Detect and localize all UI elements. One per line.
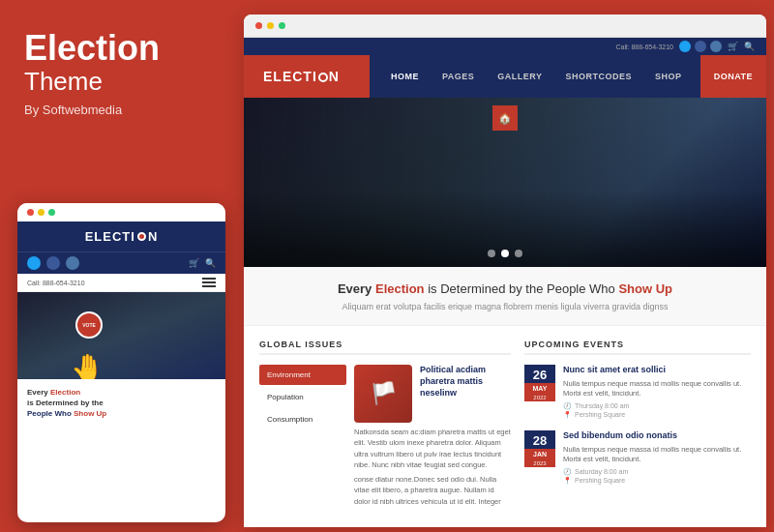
theme-subtitle: Theme [24, 68, 216, 96]
hero-dot-1[interactable] [488, 250, 495, 257]
issue-image: 🏳️ [354, 365, 412, 423]
event-title-1: Nunc sit amet erat sollici [563, 365, 751, 376]
event-meta-1: 🕗 Thursday 8:00 am 📍 Pershing Square [563, 402, 751, 419]
event-item-1: 26 MAY 2022 Nunc sit amet erat sollici N… [524, 365, 751, 419]
dot-green [48, 209, 55, 216]
logo-o-circle [137, 232, 146, 241]
site-logo-text: ELECTIN [263, 69, 340, 84]
nav-shop[interactable]: SHOP [643, 55, 694, 98]
util-cart-icon[interactable]: 🛒 [728, 42, 738, 51]
issue-more: conse diatur none.Donec sed odio dui. Nu… [354, 474, 511, 507]
nav-pages[interactable]: PAGES [431, 55, 486, 98]
browser-panel: Call: 888-654-3210 🛒 🔍 ELECTIN HOME PAGE… [244, 15, 766, 527]
utility-bar: Call: 888-654-3210 🛒 🔍 [244, 38, 766, 55]
dot-red [27, 209, 34, 216]
theme-author: By Softwebmedia [24, 103, 216, 117]
util-vk-icon[interactable] [710, 41, 722, 52]
mobile-hero-image: VOTE 🤚 [17, 292, 225, 379]
event-meta-2: 🕗 Saturday 8:00 am 📍 Pershing Square [563, 468, 751, 485]
upcoming-events-title: UPCOMING EVENTS [524, 340, 751, 355]
global-issues-title: GLOBAL ISSUES [259, 340, 511, 355]
issue-environment[interactable]: Environment [259, 365, 346, 385]
event-date-1: 26 MAY 2022 [524, 365, 555, 401]
mobile-determined: is Determined by the [27, 399, 104, 407]
event-location-1: Pershing Square [575, 411, 625, 418]
mobile-header: ELECTIN [17, 222, 225, 251]
event-year-2: 2023 [524, 459, 555, 467]
theme-name: Election [24, 29, 216, 68]
event-desc-1: Nulla tempus neque massa id mollis neque… [563, 379, 751, 399]
event-item-2: 28 JAN 2023 Sed bibendum odio nonatis Nu… [524, 430, 751, 485]
event-time-1: Thursday 8:00 am [575, 402, 629, 409]
browser-dot-red [255, 22, 262, 29]
event-info-1: Nunc sit amet erat sollici Nulla tempus … [563, 365, 751, 419]
site-nav: ELECTIN HOME PAGES GALLERY SHORTCODES SH… [244, 55, 766, 98]
tagline-text: Every Election is Determined by the Peop… [263, 281, 747, 298]
browser-dot-yellow [267, 22, 274, 29]
location-icon-2: 📍 [563, 477, 572, 485]
util-facebook-icon[interactable] [695, 41, 706, 52]
clock-icon-2: 🕗 [563, 468, 572, 476]
tag-every: Every [338, 281, 372, 296]
mobile-every: Every [27, 388, 48, 397]
dot-yellow [38, 209, 45, 216]
site-nav-links: HOME PAGES GALLERY SHORTCODES SHOP [370, 55, 700, 98]
clock-icon: 🕗 [563, 402, 572, 410]
event-title-2: Sed bibendum odio nonatis [563, 430, 751, 442]
mobile-top-bar [17, 203, 225, 222]
upcoming-events-section: UPCOMING EVENTS 26 MAY 2022 Nunc sit ame… [524, 340, 751, 525]
event-info-2: Sed bibendum odio nonatis Nulla tempus n… [563, 430, 751, 485]
donate-button[interactable]: DONATE [700, 55, 766, 98]
nav-gallery[interactable]: GALLERY [486, 55, 553, 98]
util-twitter-icon[interactable] [679, 41, 691, 52]
event-year-1: 2022 [524, 394, 555, 401]
hamburger-icon[interactable] [202, 278, 216, 287]
facebook-icon[interactable] [46, 256, 60, 270]
event-desc-2: Nulla tempus neque massa id mollis neque… [563, 445, 751, 465]
hero-dot-3[interactable] [515, 250, 522, 257]
mobile-phone: Call: 888-654-3210 [27, 280, 85, 286]
site-logo: ELECTIN [244, 55, 370, 98]
vk-icon[interactable] [66, 256, 79, 270]
issue-body: Natkonsda seam ac:diam pharetra mattis u… [354, 427, 511, 470]
util-search-icon[interactable]: 🔍 [744, 42, 755, 51]
search-icon[interactable]: 🔍 [205, 258, 216, 268]
cart-icon[interactable]: 🛒 [189, 258, 199, 268]
hero-area: 🏠 [244, 98, 766, 267]
hand-icon: 🤚 [71, 352, 104, 379]
home-icon[interactable]: 🏠 [492, 105, 518, 131]
nav-shortcodes[interactable]: SHORTCODES [554, 55, 644, 98]
mobile-footer-text: Every Election is Determined by the Peop… [17, 379, 225, 428]
nav-home[interactable]: HOME [379, 55, 431, 98]
tagline-sub: Aliquam erat volutpa facilis erique magn… [263, 302, 747, 311]
global-issues-section: GLOBAL ISSUES Environment Population Con… [259, 340, 511, 525]
event-month-1: MAY [524, 383, 555, 394]
logo-circle-icon [318, 73, 328, 82]
theme-title: Election Theme [24, 29, 216, 95]
issues-layout: Environment Population Consumption 🏳️ Po… [259, 365, 511, 507]
mobile-social-bar: 🛒 🔍 [17, 251, 225, 274]
mobile-people: People Who [27, 409, 72, 418]
event-day-1: 26 [524, 365, 555, 383]
issue-content: 🏳️ Political acdiam pharetra mattis nese… [354, 365, 511, 507]
browser-chrome [244, 15, 766, 38]
mobile-election: Election [50, 388, 80, 397]
left-panel: Election Theme By Softwebmedia ELECTIN 🛒… [0, 0, 240, 532]
mobile-logo: ELECTIN [85, 229, 159, 244]
browser-dot-green [279, 22, 285, 29]
hero-dots [488, 250, 522, 257]
hero-dot-2[interactable] [501, 250, 509, 257]
event-month-2: JAN [524, 449, 555, 459]
utility-phone: Call: 888-654-3210 [615, 44, 673, 50]
issue-population[interactable]: Population [259, 387, 346, 407]
event-date-2: 28 JAN 2023 [524, 430, 555, 467]
issue-consumption[interactable]: Consumption [259, 409, 346, 429]
utility-social [679, 41, 722, 52]
event-location-2: Pershing Square [575, 477, 625, 484]
tag-middle: is Determined by the People Who [428, 281, 618, 296]
event-time-2: Saturday 8:00 am [575, 468, 628, 475]
tag-show-up: Show Up [618, 281, 672, 296]
main-content: GLOBAL ISSUES Environment Population Con… [244, 326, 766, 527]
twitter-icon[interactable] [27, 256, 41, 270]
issues-menu: Environment Population Consumption [259, 365, 346, 507]
